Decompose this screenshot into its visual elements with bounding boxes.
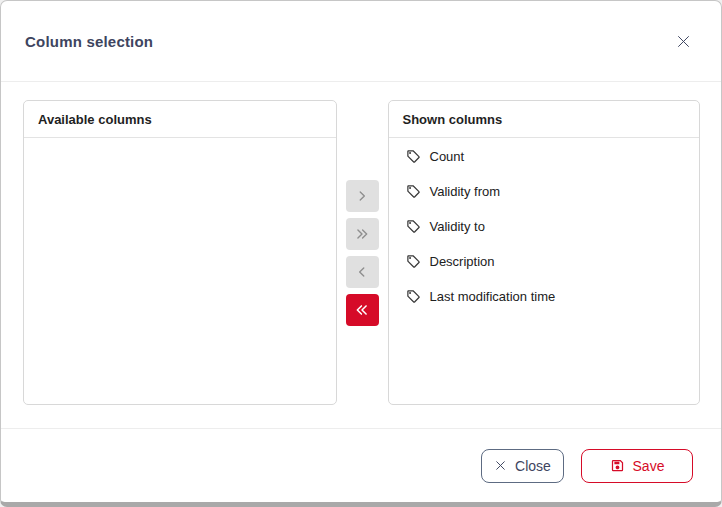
shown-columns-panel: Shown columns Count Validity <box>388 100 701 405</box>
tag-icon <box>406 149 421 164</box>
chevron-left-icon <box>355 265 369 279</box>
column-item-label: Count <box>430 149 465 164</box>
double-chevron-right-icon <box>354 227 370 241</box>
chevron-right-icon <box>355 189 369 203</box>
dialog-header: Column selection <box>1 1 721 82</box>
move-one-right-button[interactable] <box>346 180 379 212</box>
dialog-body: Available columns <box>1 82 721 428</box>
move-one-left-button[interactable] <box>346 256 379 288</box>
close-button[interactable]: Close <box>481 449 564 483</box>
column-item[interactable]: Count <box>389 139 700 174</box>
column-item[interactable]: Validity to <box>389 209 700 244</box>
column-item-label: Description <box>430 254 495 269</box>
transfer-buttons <box>337 100 388 405</box>
move-all-right-button[interactable] <box>346 218 379 250</box>
column-item-label: Validity to <box>430 219 485 234</box>
tag-icon <box>406 254 421 269</box>
column-item-label: Validity from <box>430 184 501 199</box>
move-all-left-button[interactable] <box>346 294 379 326</box>
dialog-title: Column selection <box>25 33 153 50</box>
close-icon[interactable] <box>671 29 695 53</box>
column-item[interactable]: Last modification time <box>389 279 700 314</box>
tag-icon <box>406 219 421 234</box>
x-icon <box>494 459 507 472</box>
tag-icon <box>406 184 421 199</box>
available-columns-list <box>24 138 336 404</box>
shown-columns-list: Count Validity from Validity to <box>389 138 700 404</box>
save-button[interactable]: Save <box>581 449 693 483</box>
available-columns-panel: Available columns <box>23 100 337 405</box>
available-columns-header: Available columns <box>24 101 336 138</box>
close-button-label: Close <box>515 458 551 474</box>
column-selection-dialog: Column selection Available columns <box>0 0 722 507</box>
double-chevron-left-icon <box>354 303 370 317</box>
column-item[interactable]: Validity from <box>389 174 700 209</box>
column-item-label: Last modification time <box>430 289 556 304</box>
shown-columns-header: Shown columns <box>389 101 700 138</box>
column-item[interactable]: Description <box>389 244 700 279</box>
dialog-footer: Close Save <box>1 428 721 502</box>
floppy-disk-icon <box>610 458 625 473</box>
save-button-label: Save <box>633 458 665 474</box>
tag-icon <box>406 289 421 304</box>
